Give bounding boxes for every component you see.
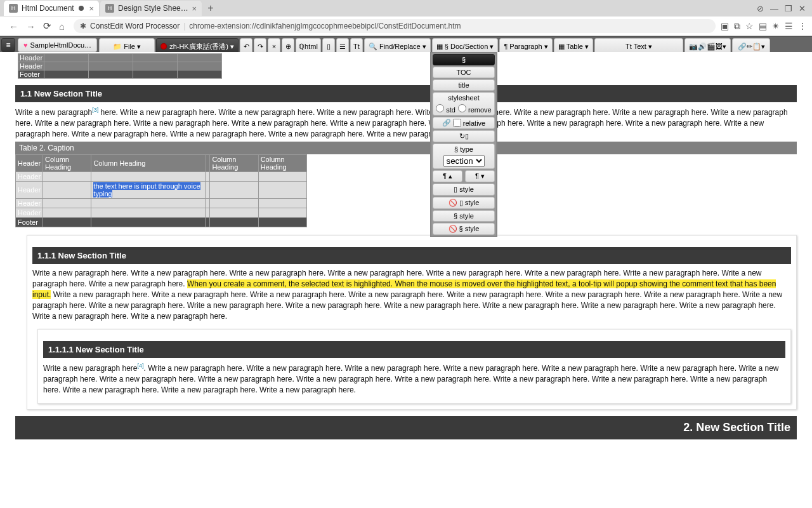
- dd-stylesheet: stylesheet std remove: [433, 92, 495, 116]
- url-input[interactable]: ✱ ConstEdit Word Processor | chrome-exte…: [74, 19, 716, 33]
- dd-no-book-style[interactable]: 🚫 ▯ style: [433, 197, 495, 209]
- edit-icon: ✏: [747, 43, 752, 51]
- dd-radio-remove[interactable]: remove: [458, 104, 492, 114]
- section-title-1-1[interactable]: 1.1 New Section Title: [15, 85, 797, 102]
- footnote-ref[interactable]: [3]: [92, 107, 98, 113]
- dd-toc[interactable]: TOC: [433, 67, 495, 78]
- maximize-icon[interactable]: ❐: [785, 4, 792, 13]
- column-header[interactable]: Column Heading: [258, 155, 306, 172]
- dd-radio-std[interactable]: std: [436, 104, 455, 114]
- action-icon[interactable]: ▣: [721, 21, 729, 32]
- column-header[interactable]: [206, 155, 210, 172]
- dd-no-section-style[interactable]: 🚫 § style: [433, 223, 495, 235]
- browser-chrome: H Html Document × H Design Style Sheet F…: [0, 0, 812, 36]
- column-header[interactable]: Column Heading: [210, 155, 258, 172]
- app-toolbar: ≡ ♥SampleHtmlDocu… 📁 File ▾ zh-HK廣東話(香港)…: [0, 36, 812, 54]
- section-title-1-1-1-1[interactable]: 1.1.1.1 New Section Title: [43, 341, 785, 358]
- favicon-icon: H: [9, 4, 18, 13]
- new-tab-button[interactable]: +: [203, 3, 218, 14]
- dd-para-up[interactable]: ¶ ▴: [433, 170, 462, 182]
- window-controls: ⊘ — ❐ ✕: [757, 4, 812, 13]
- menu-icon[interactable]: ⋮: [798, 21, 807, 32]
- paragraph[interactable]: Write a new paragraph here[4]. Write a n…: [43, 362, 785, 395]
- chevron-down-icon: ▾: [761, 43, 765, 51]
- section-title-1-1-1[interactable]: 1.1.1 New Section Title: [32, 247, 791, 264]
- document-content: Header Header Footer 1.1 New Section Tit…: [0, 53, 812, 469]
- sound-icon: 🔊: [698, 43, 707, 51]
- link-icon: 🔗: [442, 119, 451, 127]
- header-footer-table[interactable]: Header Header Footer: [18, 53, 222, 79]
- reload-icon[interactable]: ⟳: [39, 20, 55, 32]
- url-host: ConstEdit Word Processor: [90, 22, 180, 30]
- table-row[interactable]: Header: [18, 62, 44, 70]
- dd-title[interactable]: title: [433, 79, 495, 91]
- action-icon[interactable]: ▤: [759, 21, 767, 32]
- tab-close-icon[interactable]: ×: [192, 4, 197, 13]
- column-header[interactable]: Column Heading: [43, 155, 91, 172]
- paragraph[interactable]: Write a new paragraph here. Write a new …: [32, 268, 791, 321]
- table-row[interactable]: Header: [16, 208, 43, 218]
- video-icon: 🎬: [707, 43, 716, 51]
- forward-icon[interactable]: →: [22, 21, 39, 32]
- relative-checkbox[interactable]: [453, 119, 461, 127]
- table-row[interactable]: Header: [16, 172, 43, 182]
- subsection-1-1-1: 1.1.1 New Section Title Write a new para…: [27, 235, 797, 409]
- footnote-ref[interactable]: [4]: [138, 363, 144, 369]
- dd-section-style[interactable]: § style: [433, 210, 495, 222]
- document-area[interactable]: Header Header Footer 1.1 New Section Tit…: [0, 52, 812, 508]
- table-row[interactable]: Header: [16, 199, 43, 208]
- hamburger-menu-button[interactable]: ≡: [1, 38, 15, 52]
- table-row[interactable]: Footer: [16, 218, 43, 227]
- tab-2[interactable]: H Design Style Sheet For Ht… ×: [100, 1, 202, 16]
- clipboard-icon: 📋: [752, 43, 761, 51]
- profile-icon[interactable]: ☰: [785, 21, 793, 32]
- voice-input-text[interactable]: the text here is input through voice typ…: [93, 182, 200, 197]
- extension-icon: ✱: [80, 22, 86, 30]
- table-caption[interactable]: Table 2. Caption: [15, 142, 797, 154]
- home-icon[interactable]: ⌂: [55, 21, 69, 32]
- dd-type: § type section: [433, 144, 495, 169]
- favicon-icon: H: [105, 4, 114, 13]
- modified-dot-icon: [79, 6, 84, 11]
- column-header[interactable]: Column Heading: [91, 155, 206, 172]
- tab-1[interactable]: H Html Document ×: [4, 1, 99, 16]
- table-row[interactable]: Header: [18, 54, 44, 62]
- dd-book-style[interactable]: ▯ style: [433, 184, 495, 196]
- column-header[interactable]: Header: [16, 155, 43, 172]
- dd-refresh[interactable]: ↻▯: [433, 130, 495, 142]
- tab-title: Html Document: [22, 4, 76, 13]
- url-path: chrome-extension://cdlnikfahenjglmgcocop…: [189, 22, 461, 30]
- dd-relative[interactable]: 🔗 relative: [433, 117, 495, 129]
- table-row[interactable]: Header: [16, 182, 43, 199]
- chevron-down-icon: ▾: [723, 43, 726, 51]
- dd-section-symbol[interactable]: §: [433, 54, 495, 65]
- section-title-2[interactable]: 2. New Section Title: [15, 416, 797, 439]
- minimize-icon[interactable]: —: [770, 4, 778, 13]
- dd-para-down[interactable]: ¶ ▾: [465, 170, 495, 182]
- info-icon[interactable]: ⊘: [757, 4, 764, 13]
- tab-close-icon[interactable]: ×: [89, 4, 94, 13]
- address-bar: ← → ⟳ ⌂ ✱ ConstEdit Word Processor | chr…: [0, 17, 812, 36]
- doc-title-button[interactable]: ♥SampleHtmlDocu…: [18, 38, 97, 52]
- tab-bar: H Html Document × H Design Style Sheet F…: [0, 0, 812, 17]
- dd-type-select[interactable]: section: [443, 155, 485, 167]
- extensions-icon[interactable]: ✴: [772, 21, 780, 32]
- close-window-icon[interactable]: ✕: [799, 4, 806, 13]
- image-icon: 🖼: [716, 43, 723, 50]
- paragraph[interactable]: Write a new paragraph[3] here. Write a n…: [15, 106, 797, 139]
- heart-icon: ♥: [23, 41, 28, 49]
- bookmark-icon[interactable]: ☆: [745, 21, 754, 32]
- browser-action-icons: ▣ ⧉ ☆ ▤ ✴ ☰ ⋮: [721, 21, 807, 32]
- tab-title: Design Style Sheet For Ht…: [118, 4, 189, 13]
- action-icon[interactable]: ⧉: [734, 21, 740, 32]
- table-row[interactable]: Footer: [18, 70, 44, 79]
- record-dot-icon: [160, 43, 167, 50]
- subsection-1-1-1-1: 1.1.1.1 New Section Title Write a new pa…: [37, 329, 791, 403]
- link-icon: 🔗: [738, 43, 747, 51]
- docsection-dropdown: § TOC title stylesheet std remove 🔗 rela…: [430, 52, 497, 237]
- table-2[interactable]: Header Column Heading Column Heading Col…: [15, 154, 307, 227]
- camera-icon: 📷: [689, 43, 698, 51]
- back-icon[interactable]: ←: [5, 21, 22, 32]
